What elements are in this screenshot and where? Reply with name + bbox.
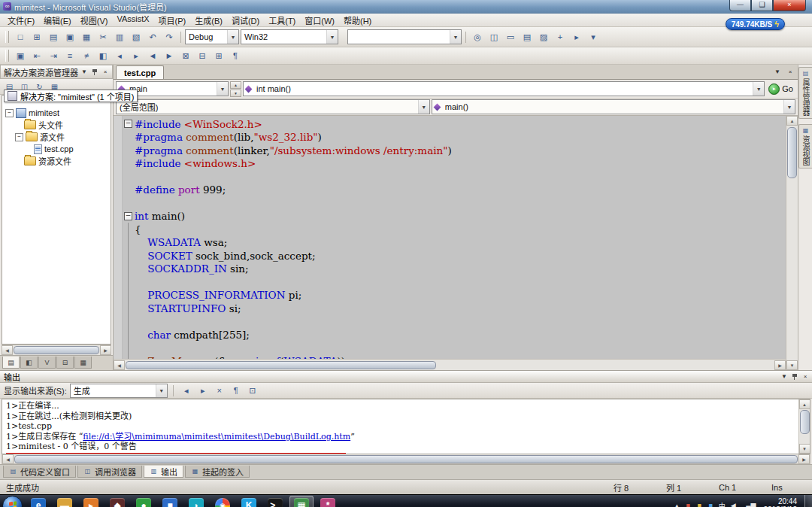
bookmark-folder-prev-icon[interactable]: ◄: [145, 48, 160, 63]
window-position-menu-icon[interactable]: ▼: [79, 67, 89, 77]
save-all-icon[interactable]: ▦: [79, 29, 94, 44]
bookmark-prev-icon[interactable]: ◂: [112, 48, 127, 63]
chevron-down-icon[interactable]: ▼: [783, 100, 795, 114]
chevron-down-icon[interactable]: ▼: [753, 82, 764, 96]
taskbar-clock[interactable]: 20:44 2013/6/12: [760, 497, 801, 507]
display-markers-icon[interactable]: ▣: [13, 48, 28, 63]
scrollbar-thumb[interactable]: [14, 455, 798, 463]
find-in-files-icon[interactable]: ◫: [486, 29, 501, 44]
menu-item[interactable]: 生成(B): [190, 14, 227, 27]
minimize-button[interactable]: —: [729, 0, 751, 11]
taskbar-browser-colorful[interactable]: ◉: [211, 496, 235, 507]
bookmark-folder-next-icon[interactable]: ►: [162, 48, 177, 63]
panel-tab-输出[interactable]: ▥输出: [144, 466, 183, 478]
uncomment-selection-icon[interactable]: ≠: [79, 48, 94, 63]
autohide-tab-property-manager[interactable]: ▤属性管理器: [798, 67, 812, 119]
taskbar-internet-explorer[interactable]: e: [26, 496, 50, 507]
panel-tab-挂起的签入[interactable]: ▦挂起的签入: [185, 466, 250, 478]
bookmark-toggle-icon[interactable]: ◧: [95, 48, 111, 63]
taskbar-app-green[interactable]: ●: [132, 496, 156, 507]
maximize-button[interactable]: ❑: [751, 0, 773, 11]
document-tab[interactable]: test.cpp: [116, 65, 164, 79]
network-speed-badge[interactable]: 749.74KB/S ϟ: [726, 18, 785, 30]
taskbar-kugou-music[interactable]: K: [237, 496, 261, 507]
solution-config-combo[interactable]: Debug ▼: [185, 29, 239, 44]
scroll-up-icon[interactable]: ▲: [786, 116, 798, 126]
close-button[interactable]: ×: [773, 0, 806, 11]
close-document-icon[interactable]: ×: [785, 67, 795, 77]
toolbox-icon[interactable]: +: [553, 29, 568, 44]
output-hscrollbar[interactable]: ◀ ▶: [2, 454, 810, 464]
find-combo[interactable]: ▼: [347, 29, 462, 44]
va-definition-combo[interactable]: int main() ▼: [243, 81, 765, 96]
open-file-icon[interactable]: ▤: [46, 29, 61, 44]
goto-definition-button[interactable]: ▸ Go: [766, 83, 795, 95]
fold-margin[interactable]: −: [122, 210, 135, 223]
start-debug-icon[interactable]: ▸: [569, 29, 584, 44]
indent-increase-icon[interactable]: ⇥: [46, 48, 61, 63]
scrollbar-thumb[interactable]: [126, 361, 436, 369]
chevron-down-icon[interactable]: ▼: [227, 30, 238, 44]
menu-item[interactable]: 工具(T): [264, 14, 300, 27]
paste-icon[interactable]: ▧: [129, 29, 144, 44]
command-window-icon[interactable]: ▭: [503, 29, 518, 44]
taskbar-file-explorer[interactable]: ▬: [53, 496, 77, 507]
toolbar-grip[interactable]: [5, 50, 9, 62]
tray-network[interactable]: ▂▄▆: [741, 501, 756, 507]
taskbar-app-teal-drop[interactable]: ◗: [184, 496, 208, 507]
panel-tab-property-manager[interactable]: ⊟: [56, 357, 74, 369]
tree-item[interactable]: test.cpp: [2, 143, 111, 155]
menu-item[interactable]: 视图(V): [76, 14, 113, 27]
tray-tray-app-2[interactable]: ■: [695, 501, 703, 507]
tray-volume[interactable]: ◀: [729, 501, 737, 507]
fold-collapse-icon[interactable]: −: [124, 212, 132, 220]
menu-item[interactable]: 调试(D): [227, 14, 264, 27]
tree-expander-icon[interactable]: −: [5, 109, 14, 117]
menu-item[interactable]: 项目(P): [154, 14, 191, 27]
scroll-left-icon[interactable]: ◀: [2, 345, 13, 355]
tray-tray-app-1[interactable]: ■: [684, 501, 692, 507]
solution-root-item[interactable]: 解决方案: "mimitest" (1 个项目): [4, 90, 138, 102]
more-options-icon[interactable]: ▾: [586, 29, 601, 44]
chevron-down-icon[interactable]: ▼: [156, 384, 167, 397]
copy-icon[interactable]: ▥: [112, 29, 127, 44]
save-icon[interactable]: ▣: [62, 29, 77, 44]
member-combo[interactable]: main() ▼: [432, 99, 795, 114]
panel-tab-resource-view[interactable]: ▦: [74, 357, 92, 369]
start-button[interactable]: [2, 496, 23, 507]
prev-message-icon[interactable]: ◂: [179, 383, 194, 398]
scrollbar-thumb[interactable]: [14, 346, 99, 354]
properties-window-icon[interactable]: ▨: [536, 29, 551, 44]
taskbar-app-maroon[interactable]: ◆: [105, 496, 129, 507]
tray-hidden-icons[interactable]: ▴: [673, 501, 680, 507]
scroll-right-icon[interactable]: ▶: [774, 360, 786, 370]
editor-vscrollbar[interactable]: ▲ ▼: [786, 116, 798, 370]
fold-collapse-icon[interactable]: −: [124, 120, 132, 128]
goto-source-icon[interactable]: ⊡: [245, 383, 260, 398]
autohide-tab-resource-view[interactable]: ▦资源视图: [798, 124, 812, 168]
scroll-down-icon[interactable]: ▼: [799, 444, 810, 454]
tray-input-method[interactable]: 中: [718, 501, 726, 507]
tree-item[interactable]: 头文件: [2, 119, 111, 131]
tree-expander-icon[interactable]: −: [15, 133, 23, 141]
menu-item[interactable]: 窗口(W): [300, 14, 339, 27]
output-vscrollbar[interactable]: ▲ ▼: [798, 399, 810, 454]
find-icon[interactable]: ◎: [470, 29, 485, 44]
solution-tree-hscrollbar[interactable]: ◀ ▶: [2, 345, 111, 355]
scrollbar-thumb[interactable]: [787, 127, 797, 178]
close-panel-icon[interactable]: ×: [800, 372, 810, 381]
scroll-right-icon[interactable]: ▶: [798, 454, 810, 464]
tree-item[interactable]: −mimitest: [2, 107, 111, 119]
chevron-down-icon[interactable]: ▼: [418, 100, 429, 114]
output-text[interactable]: 1>正在编译...1>正在跳过...(未检测到相关更改)1>test.cpp1>…: [2, 399, 798, 454]
scroll-right-icon[interactable]: ▶: [100, 345, 111, 355]
bookmark-clear-icon[interactable]: ⊠: [178, 48, 193, 63]
clear-all-icon[interactable]: ×: [212, 383, 227, 398]
comment-selection-icon[interactable]: ≡: [62, 48, 77, 63]
outline-collapse-icon[interactable]: ⊟: [195, 48, 210, 63]
add-item-icon[interactable]: ⊞: [29, 29, 44, 44]
menu-item[interactable]: 文件(F): [3, 14, 39, 27]
redo-icon[interactable]: ↷: [162, 29, 177, 44]
show-desktop-button[interactable]: [804, 495, 812, 507]
scroll-left-icon[interactable]: ◀: [114, 360, 125, 370]
